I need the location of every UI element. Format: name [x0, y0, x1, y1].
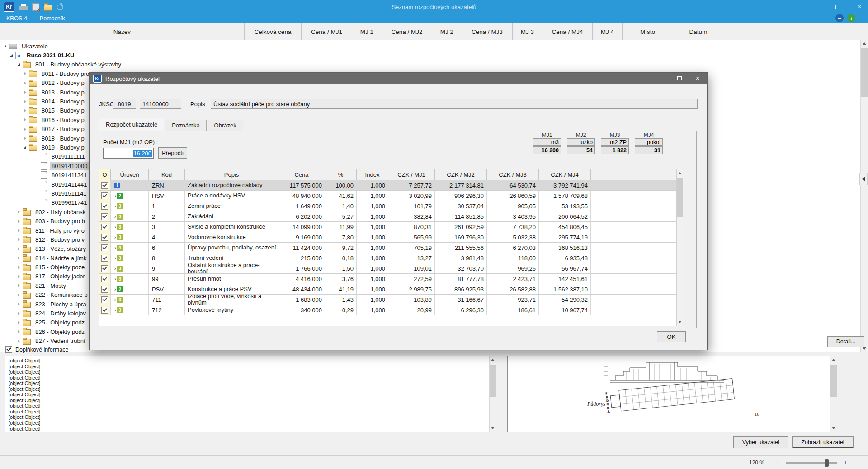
scroll-up-icon[interactable] [861, 40, 868, 47]
zoom-slider-thumb[interactable] [825, 459, 829, 467]
tree-expander-icon[interactable] [15, 310, 22, 317]
tab-rozpocet-ukazatele[interactable]: Rozpočet ukazatele [99, 118, 164, 131]
row-checkbox[interactable] [99, 222, 111, 232]
table-row[interactable]: 3 711 Izolace proti vodě, vlhkosti a ply… [99, 295, 677, 305]
menu-kros4[interactable]: KROS 4 [0, 14, 33, 23]
print-icon[interactable] [19, 4, 28, 10]
row-checkbox[interactable] [99, 253, 111, 263]
desc-scroll-up-icon[interactable] [489, 356, 496, 364]
vyber-ukazatel-button[interactable]: Vyber ukazatel [733, 436, 788, 448]
table-row[interactable]: 3 712 Povlakové krytiny 340 000 0,29 1,0… [99, 305, 677, 315]
row-checkbox[interactable] [99, 243, 111, 253]
tab-obrazek[interactable]: Obrázek [208, 120, 243, 131]
description-scrollbar[interactable] [489, 356, 497, 432]
tree-expander-icon[interactable] [15, 338, 22, 344]
col-pct[interactable]: % [325, 169, 357, 180]
row-checkbox[interactable] [99, 191, 111, 201]
tree-expander-icon[interactable] [15, 255, 22, 261]
dialog-close-button[interactable] [692, 74, 703, 82]
ok-button[interactable]: OK [657, 331, 686, 342]
delete-document-icon[interactable] [32, 3, 39, 11]
col-kod[interactable]: Kód [149, 169, 185, 180]
column-header[interactable]: Název [0, 23, 244, 40]
zobrazit-ukazatel-button[interactable]: Zobrazit ukazatel [792, 436, 854, 448]
row-checkbox[interactable] [99, 284, 111, 294]
img-scrollbar-thumb[interactable] [830, 365, 837, 397]
detail-button[interactable]: Detail... [827, 336, 864, 347]
tree-expander-icon[interactable] [33, 181, 40, 188]
col-popis[interactable]: Popis [185, 169, 278, 180]
scrollbar-thumb[interactable] [861, 48, 868, 97]
tree-expander-icon[interactable] [22, 80, 28, 86]
jkso-code2-field[interactable]: 14100000 [140, 99, 181, 109]
table-row[interactable]: 2 HSV Práce a dodávky HSV 48 940 000 41,… [99, 191, 677, 201]
tree-expander-icon[interactable] [15, 319, 22, 326]
img-scroll-down-icon[interactable] [830, 424, 837, 432]
tree-expander-icon[interactable] [33, 172, 40, 178]
col-index[interactable]: Index [357, 169, 388, 180]
column-header[interactable]: MJ 4 [592, 23, 622, 40]
tree-expander-icon[interactable] [22, 126, 28, 132]
table-scroll-up-icon[interactable] [676, 169, 684, 177]
tree-expander-icon[interactable] [15, 218, 22, 225]
tree-expander-icon[interactable] [22, 135, 28, 141]
tree-expander-icon[interactable] [15, 301, 22, 307]
table-row[interactable]: 3 4 Vodorovné konstrukce 9 169 000 7,80 … [99, 232, 677, 243]
table-row[interactable]: 3 2 Zakládání 6 202 000 5,27 1,000 382,8… [99, 211, 677, 222]
table-row[interactable]: 1 ZRN Základní rozpočtové náklady 117 57… [99, 180, 677, 191]
tree-expander-icon[interactable] [22, 89, 28, 95]
tree-expander-icon[interactable] [15, 61, 22, 68]
image-scrollbar[interactable] [830, 356, 838, 432]
tree-expander-icon[interactable] [33, 154, 40, 160]
tree-expander-icon[interactable] [15, 282, 22, 289]
tree-item[interactable]: 801 - Budovy občanské výstavby [0, 60, 860, 69]
table-scrollbar-thumb[interactable] [677, 178, 683, 217]
row-checkbox[interactable] [99, 295, 111, 305]
zoom-in-button[interactable]: + [842, 459, 849, 466]
row-checkbox[interactable] [99, 232, 111, 242]
col-o[interactable]: O [99, 169, 111, 180]
collapse-panel-handle[interactable] [859, 173, 868, 185]
restore-window-button[interactable] [832, 2, 844, 11]
img-scroll-up-icon[interactable] [830, 356, 837, 364]
row-checkbox[interactable] [99, 274, 111, 284]
column-header[interactable]: Cena / MJ4 [542, 23, 592, 40]
tree-item[interactable]: Ruso 2021 01.KU [0, 51, 860, 60]
table-scroll-down-icon[interactable] [676, 318, 684, 326]
tree-expander-icon[interactable] [15, 328, 22, 335]
tree-expander-icon[interactable] [22, 98, 28, 105]
table-scrollbar[interactable] [676, 169, 684, 326]
table-row[interactable]: 3 9 Ostatní konstrukce a práce-bourání 1… [99, 263, 677, 274]
tree-item[interactable]: Ukazatele [0, 42, 860, 51]
column-header[interactable]: Datum [673, 23, 723, 40]
zoom-slider[interactable] [786, 459, 837, 467]
additional-info-checkbox[interactable] [5, 346, 12, 353]
add-folder-icon[interactable] [44, 5, 52, 11]
column-header[interactable]: MJ 3 [512, 23, 542, 40]
row-checkbox[interactable] [99, 305, 111, 315]
column-header[interactable]: Celková cena [244, 23, 301, 40]
pocet-mj1-input[interactable]: 16 200 [103, 148, 154, 159]
row-checkbox[interactable] [99, 180, 111, 190]
tree-expander-icon[interactable] [33, 163, 40, 169]
col-cena[interactable]: Cena [278, 169, 325, 180]
table-row[interactable]: 3 8 Trubní vedení 215 000 0,18 1,000 13,… [99, 253, 677, 263]
refresh-icon[interactable] [57, 4, 63, 10]
row-checkbox[interactable] [99, 211, 111, 221]
tab-poznamka[interactable]: Poznámka [165, 120, 206, 131]
tree-expander-icon[interactable] [15, 236, 22, 243]
additional-info-toggle[interactable]: Doplňkové informace [5, 346, 68, 353]
column-header[interactable]: Cena / MJ2 [382, 23, 432, 40]
tree-expander-icon[interactable] [15, 292, 22, 298]
col-uroven[interactable]: Úroveň [111, 169, 149, 180]
zoom-out-button[interactable]: − [774, 459, 781, 466]
close-window-button[interactable] [854, 2, 865, 11]
tree-expander-icon[interactable] [2, 43, 8, 49]
tree-expander-icon[interactable] [15, 227, 22, 234]
jkso-code-field[interactable]: 8019 [113, 99, 136, 109]
column-header[interactable]: Cena / MJ1 [301, 23, 352, 40]
column-header[interactable]: Cena / MJ3 [462, 23, 512, 40]
tree-expander-icon[interactable] [15, 264, 22, 271]
tree-expander-icon[interactable] [15, 246, 22, 252]
tree-expander-icon[interactable] [22, 117, 28, 123]
